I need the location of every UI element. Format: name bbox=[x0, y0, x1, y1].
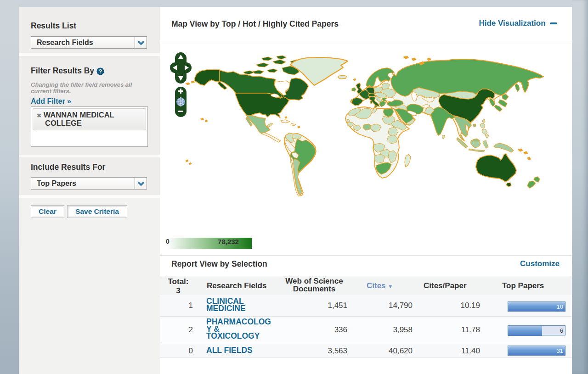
svg-text:?: ? bbox=[99, 68, 102, 75]
svg-text:78,232: 78,232 bbox=[218, 238, 239, 246]
svg-text:0: 0 bbox=[166, 238, 170, 245]
